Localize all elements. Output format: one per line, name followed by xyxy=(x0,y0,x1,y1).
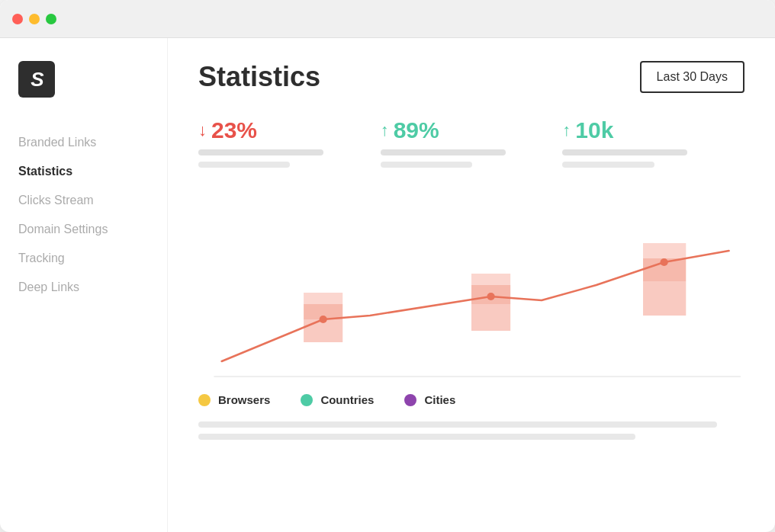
sidebar-item-domain-settings[interactable]: Domain Settings xyxy=(18,215,149,244)
statistics-chart xyxy=(198,186,744,384)
sidebar-item-statistics[interactable]: Statistics xyxy=(18,157,149,186)
app-window: S Branded Links Statistics Clicks Stream… xyxy=(0,0,775,532)
legend-cities: Cities xyxy=(404,393,455,406)
titlebar xyxy=(0,0,775,38)
stat-card-1: ↑ 89% xyxy=(381,117,563,168)
page-title: Statistics xyxy=(198,61,320,93)
stat-bar-2-2 xyxy=(562,162,654,168)
sidebar-item-branded-links[interactable]: Branded Links xyxy=(18,128,149,157)
legend-label-browsers: Browsers xyxy=(218,393,270,406)
stats-row: ↓ 23% ↑ 89% ↑ 10 xyxy=(198,117,744,168)
stat-arrow-0: ↓ xyxy=(198,120,207,140)
stat-card-0: ↓ 23% xyxy=(198,117,381,168)
legend-browsers: Browsers xyxy=(198,393,270,406)
stat-arrow-1: ↑ xyxy=(381,120,389,140)
stat-bar-2-1 xyxy=(562,149,687,155)
stat-bar-0-2 xyxy=(198,162,290,168)
sidebar-item-clicks-stream[interactable]: Clicks Stream xyxy=(18,186,149,215)
legend-row: Browsers Countries Cities xyxy=(198,384,744,415)
main-header: Statistics Last 30 Days xyxy=(198,61,744,93)
minimize-btn[interactable] xyxy=(29,14,40,24)
legend-dot-browsers xyxy=(198,394,211,406)
svg-rect-3 xyxy=(471,304,510,331)
legend-label-countries: Countries xyxy=(320,393,374,406)
sidebar: S Branded Links Statistics Clicks Stream… xyxy=(0,38,168,532)
logo-icon: S xyxy=(18,61,55,98)
stat-arrow-2: ↑ xyxy=(562,120,571,140)
maximize-btn[interactable] xyxy=(46,14,56,24)
legend-dot-countries xyxy=(301,394,313,406)
legend-dot-cities xyxy=(404,394,416,406)
svg-rect-6 xyxy=(643,281,686,316)
content-area: S Branded Links Statistics Clicks Stream… xyxy=(0,38,775,532)
close-btn[interactable] xyxy=(12,14,23,24)
logo: S xyxy=(18,61,149,98)
svg-rect-8 xyxy=(643,243,686,258)
stat-bar-0-1 xyxy=(198,149,323,155)
legend-countries: Countries xyxy=(301,393,374,406)
main-content: Statistics Last 30 Days ↓ 23% ↑ 89% xyxy=(168,38,775,532)
stat-card-2: ↑ 10k xyxy=(562,117,744,168)
date-filter-button[interactable]: Last 30 Days xyxy=(640,61,744,93)
svg-rect-5 xyxy=(471,274,510,285)
legend-label-cities: Cities xyxy=(424,393,455,406)
stat-value-2: ↑ 10k xyxy=(562,117,729,143)
svg-point-11 xyxy=(661,258,668,266)
footer-bar-2 xyxy=(198,434,635,440)
sidebar-item-tracking[interactable]: Tracking xyxy=(18,244,149,273)
footer-bars xyxy=(198,421,744,440)
sidebar-item-deep-links[interactable]: Deep Links xyxy=(18,273,149,302)
stat-number-2: 10k xyxy=(575,117,613,143)
svg-point-10 xyxy=(487,293,494,300)
footer-bar-1 xyxy=(198,421,717,428)
stat-bar-1-2 xyxy=(381,162,472,168)
stat-number-0: 23% xyxy=(211,117,257,143)
stat-number-1: 89% xyxy=(394,117,439,143)
stat-value-1: ↑ 89% xyxy=(381,117,548,143)
stat-value-0: ↓ 23% xyxy=(198,117,365,143)
stat-bar-1-1 xyxy=(381,149,506,155)
svg-point-9 xyxy=(320,316,327,323)
chart-container xyxy=(198,186,744,384)
svg-rect-2 xyxy=(304,293,342,304)
